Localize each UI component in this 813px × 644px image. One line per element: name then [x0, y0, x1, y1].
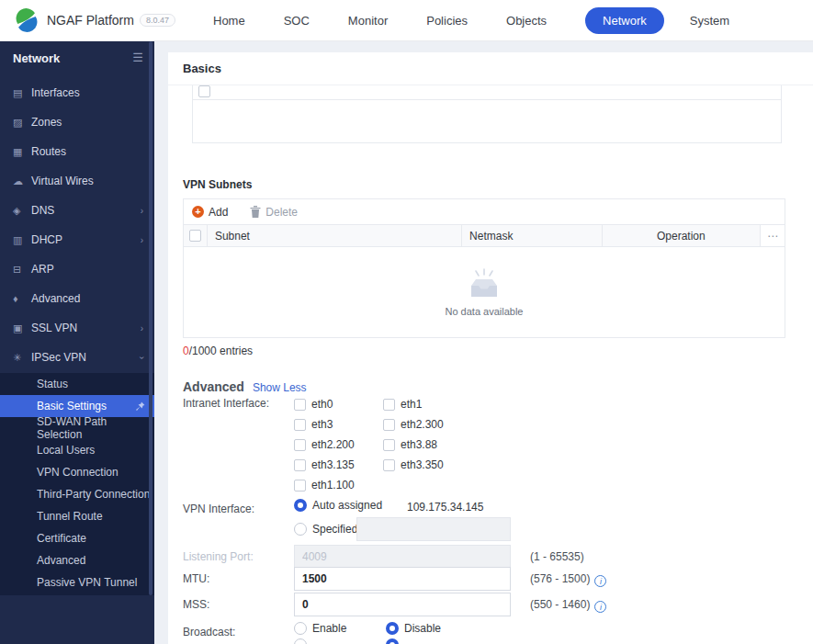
nav-system[interactable]: System [690, 14, 729, 28]
checkbox-eth3-135[interactable]: eth3.135 [294, 455, 383, 475]
interfaces-icon: ▤ [13, 87, 31, 99]
ssl-vpn-icon: ▣ [13, 322, 31, 334]
sidebar-item-ipsec-vpn[interactable]: ✳ IPSec VPN › [0, 343, 154, 372]
routes-icon: ▦ [13, 146, 31, 158]
pin-icon[interactable] [135, 401, 145, 412]
sidebar-header: Network ☰ [0, 41, 154, 74]
checkbox[interactable] [383, 459, 395, 471]
subitem-status[interactable]: Status [0, 373, 154, 395]
add-button[interactable]: + Add [192, 206, 228, 219]
checkbox-eth1[interactable]: eth1 [383, 394, 472, 414]
column-subnet[interactable]: Subnet [208, 225, 462, 246]
cutoff-row-radio-right[interactable] [386, 638, 399, 644]
subitem-vpn-connection[interactable]: VPN Connection [0, 461, 154, 483]
mss-label: MSS: [183, 598, 209, 611]
sidebar-item-virtual-wires[interactable]: ☁ Virtual Wires [0, 166, 154, 196]
column-netmask[interactable]: Netmask [462, 225, 603, 246]
nav-soc[interactable]: SOC [284, 14, 310, 28]
entries-count: 0/1000 entries [183, 345, 253, 357]
sidebar-item-interfaces[interactable]: ▤ Interfaces [0, 78, 154, 107]
subitem-tunnel-route[interactable]: Tunnel Route [0, 505, 154, 527]
subitem-certificate[interactable]: Certificate [0, 527, 154, 549]
nav-network[interactable]: Network [585, 7, 664, 34]
mss-input[interactable] [294, 593, 511, 616]
empty-tray-icon [463, 268, 505, 299]
chevron-right-icon: › [141, 206, 143, 216]
radio-unselected[interactable] [294, 523, 307, 536]
checkbox-eth3-88[interactable]: eth3.88 [383, 435, 472, 455]
checkbox-eth2-200[interactable]: eth2.200 [294, 435, 383, 455]
checkbox-eth1-100[interactable]: eth1.100 [294, 475, 383, 495]
mss-hint: (550 - 1460)i [530, 598, 606, 613]
subitem-sdwan-path-selection[interactable]: SD-WAN Path Selection [0, 417, 154, 439]
nav-monitor[interactable]: Monitor [348, 14, 388, 28]
checkbox[interactable] [383, 399, 395, 411]
checkbox[interactable] [383, 439, 395, 451]
checkbox-eth3-350[interactable]: eth3.350 [383, 455, 472, 475]
nav-home[interactable]: Home [213, 14, 245, 28]
radio-unselected[interactable] [294, 638, 307, 644]
checkbox[interactable] [294, 439, 306, 451]
specified-radio[interactable]: Specified: [294, 523, 361, 536]
listening-port-input[interactable] [294, 545, 511, 569]
sidebar-item-arp[interactable]: ⊟ ARP [0, 254, 154, 284]
checkbox-eth2-300[interactable]: eth2.300 [383, 414, 472, 435]
column-operation[interactable]: Operation [603, 225, 761, 246]
radio-selected[interactable] [294, 499, 307, 512]
remnant-divider [193, 99, 781, 100]
checkbox-eth3[interactable]: eth3 [294, 414, 383, 435]
vpn-subnets-heading: VPN Subnets [183, 178, 252, 191]
info-icon[interactable]: i [594, 575, 606, 587]
mtu-label: MTU: [183, 572, 209, 585]
chevron-right-icon: › [141, 323, 143, 333]
info-icon[interactable]: i [594, 601, 606, 613]
table-header: Subnet Netmask Operation ⋯ [184, 225, 785, 247]
broadcast-label: Broadcast: [183, 626, 235, 638]
radio-selected[interactable] [386, 622, 399, 635]
sidebar-item-dhcp[interactable]: ▥ DHCP › [0, 225, 154, 254]
sidebar-scrollbar[interactable] [149, 41, 152, 595]
sidebar-item-routes[interactable]: ▦ Routes [0, 137, 154, 166]
ipsec-vpn-submenu: Status Basic Settings SD-WAN Path Select… [0, 373, 154, 595]
delete-button[interactable]: Delete [250, 206, 298, 219]
mtu-input[interactable] [294, 567, 511, 591]
select-all-checkbox[interactable] [189, 230, 201, 242]
checkbox[interactable] [383, 419, 395, 431]
subitem-advanced[interactable]: Advanced [0, 549, 154, 571]
checkbox[interactable] [294, 419, 306, 431]
sidebar-item-zones[interactable]: ▨ Zones [0, 107, 154, 137]
sidebar-item-dns[interactable]: ◈ DNS › [0, 196, 154, 225]
subitem-third-party-connection[interactable]: Third-Party Connection [0, 483, 154, 505]
table-empty-state: No data available [184, 247, 785, 337]
show-less-link[interactable]: Show Less [253, 381, 307, 394]
subitem-local-users[interactable]: Local Users [0, 439, 154, 461]
trash-icon [250, 206, 261, 218]
nav-policies[interactable]: Policies [426, 14, 468, 28]
subitem-basic-settings[interactable]: Basic Settings [0, 395, 154, 417]
column-settings-icon[interactable]: ⋯ [761, 225, 785, 246]
sidebar-item-advanced[interactable]: ♦ Advanced [0, 284, 154, 313]
main-panel: Basics VPN Subnets + Add [168, 52, 813, 644]
remnant-checkbox[interactable] [198, 85, 210, 97]
auto-assigned-radio[interactable]: Auto assigned [294, 499, 382, 512]
radio-selected[interactable] [386, 638, 399, 644]
broadcast-disable-radio[interactable]: Disable [386, 622, 441, 635]
nav-objects[interactable]: Objects [506, 14, 547, 28]
top-nav: Home SOC Monitor Policies Objects Networ… [213, 7, 768, 34]
checkbox[interactable] [294, 399, 306, 411]
sidebar-item-ssl-vpn[interactable]: ▣ SSL VPN › [0, 313, 154, 343]
intranet-interface-options: eth0 eth1 eth3 eth2.300 eth2.200 eth3.88… [294, 394, 472, 495]
radio-unselected[interactable] [294, 622, 307, 635]
checkbox-eth0[interactable]: eth0 [294, 394, 383, 414]
checkbox[interactable] [294, 459, 306, 471]
arp-icon: ⊟ [13, 264, 31, 276]
checkbox[interactable] [294, 480, 306, 491]
advanced-section-header: Advanced Show Less [183, 379, 307, 394]
broadcast-enable-radio[interactable]: Enable [294, 622, 346, 635]
sidebar-collapse-icon[interactable]: ☰ [132, 51, 143, 64]
empty-text: No data available [445, 306, 523, 317]
advanced-heading: Advanced [183, 379, 244, 394]
cutoff-row-radio-left[interactable] [294, 638, 307, 644]
specified-ip-input[interactable] [356, 517, 511, 541]
subitem-passive-vpn-tunnel[interactable]: Passive VPN Tunnel [0, 571, 154, 593]
